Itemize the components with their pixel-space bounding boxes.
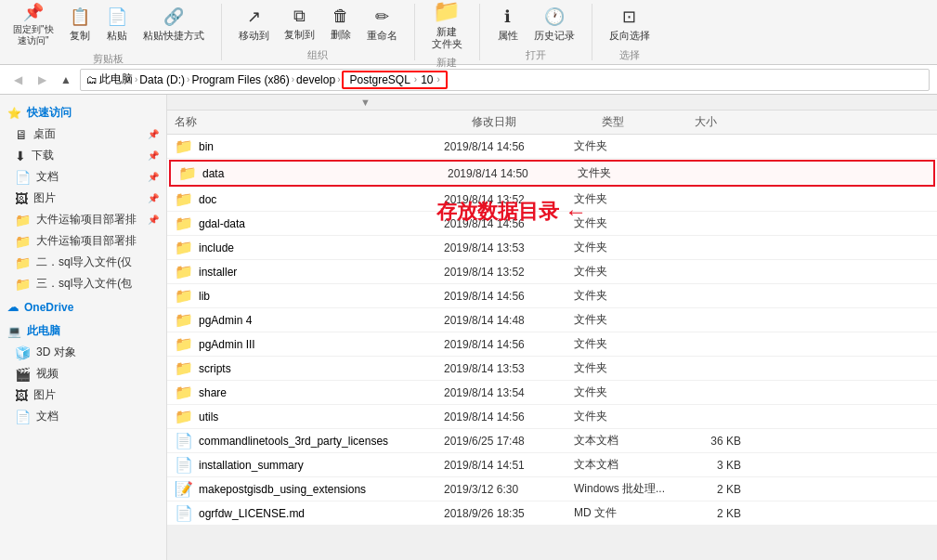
properties-button[interactable]: ℹ 属性 xyxy=(491,3,525,46)
file-type-cmd: 文本文档 xyxy=(574,433,667,449)
sidebar-item-sql1[interactable]: 📁 二．sql导入文件(仅 xyxy=(0,252,166,273)
new-folder-icon: 📁 xyxy=(433,0,461,24)
file-list-header: 名称 修改日期 类型 大小 xyxy=(167,111,937,135)
breadcrumb-data-d[interactable]: Data (D:) xyxy=(139,73,185,86)
table-row[interactable]: 📁 share 2019/8/14 13:54 文件夹 xyxy=(167,381,937,405)
sidebar-item-sql2[interactable]: 📁 三．sql导入文件(包 xyxy=(0,273,166,294)
sidebar-thispc-header[interactable]: 💻 此电脑 xyxy=(0,320,166,342)
table-row[interactable]: 📁 pgAdmin III 2019/8/14 14:56 文件夹 xyxy=(167,332,937,357)
toolbar: 📌 固定到"快速访问" 📋 复制 📄 粘贴 🔗 粘贴快捷方式 剪贴板 xyxy=(0,0,937,65)
documents2-label: 文档 xyxy=(36,409,59,424)
copy-to-button[interactable]: ⧉ 复制到 xyxy=(279,3,320,46)
clipboard-group-label: 剪贴板 xyxy=(93,52,124,66)
sidebar-quickaccess-header[interactable]: ⭐ 快速访问 xyxy=(0,102,166,124)
table-row[interactable]: 📁 doc 2019/8/14 13:52 文件夹 xyxy=(167,188,937,212)
table-row[interactable]: 📁 utils 2019/8/14 14:56 文件夹 xyxy=(167,405,937,429)
rename-label: 重命名 xyxy=(367,29,397,43)
file-name-lib: 📁 lib xyxy=(175,287,444,305)
up-button[interactable]: ▲ xyxy=(56,70,76,90)
file-name-make: 📝 makepostgisdb_using_extensions xyxy=(175,480,444,498)
breadcrumb-postgresql[interactable]: PostgreSQL xyxy=(349,73,410,86)
delete-button[interactable]: 🗑 删除 xyxy=(324,3,358,46)
file-size-make: 2 KB xyxy=(667,483,741,496)
invert-selection-button[interactable]: ⊡ 反向选择 xyxy=(604,3,656,46)
file-size-ogr: 2 KB xyxy=(667,507,741,520)
file-date-utils: 2019/8/14 14:56 xyxy=(444,410,574,423)
downloads-label: 下载 xyxy=(32,148,54,163)
file-name-pgadmin3: 📁 pgAdmin III xyxy=(175,335,444,353)
pin-indicator2: 📌 xyxy=(148,150,159,161)
table-row[interactable]: 📁 gdal-data 2019/8/14 14:56 文件夹 xyxy=(167,212,937,236)
select-buttons: ⊡ 反向选择 xyxy=(604,3,656,46)
sidebar-item-project1[interactable]: 📁 大件运输项目部署排 📌 xyxy=(0,209,166,230)
pictures-icon: 🖼 xyxy=(15,191,28,206)
toolbar-group-organize: ↗ 移动到 ⧉ 复制到 🗑 删除 ✏ 重命名 组织 xyxy=(233,4,415,60)
file-type-ogr: MD 文件 xyxy=(574,505,667,521)
table-row[interactable]: 📁 data 2019/8/14 14:50 文件夹 xyxy=(171,162,933,185)
col-header-name[interactable]: 名称 xyxy=(175,114,472,130)
file-date-lib: 2019/8/14 14:56 xyxy=(444,290,574,303)
paste-button[interactable]: 📄 粘贴 xyxy=(100,3,134,46)
sidebar-item-video[interactable]: 🎬 视频 xyxy=(0,363,166,384)
table-row[interactable]: 📁 pgAdmin 4 2019/8/14 14:48 文件夹 xyxy=(167,308,937,332)
move-to-button[interactable]: ↗ 移动到 xyxy=(233,3,275,46)
breadcrumb-pc[interactable]: 此电脑 xyxy=(99,72,133,87)
new-folder-button[interactable]: 📁 新建文件夹 xyxy=(426,0,468,54)
col-header-size[interactable]: 大小 xyxy=(695,114,769,130)
copy-button[interactable]: 📋 复制 xyxy=(63,3,97,46)
sidebar-item-downloads[interactable]: ⬇ 下载 📌 xyxy=(0,145,166,166)
sidebar-item-project2[interactable]: 📁 大件运输项目部署排 xyxy=(0,230,166,252)
file-type-install: 文本文档 xyxy=(574,457,667,473)
table-row[interactable]: 📁 installer 2019/8/14 13:52 文件夹 xyxy=(167,260,937,284)
sidebar-item-pictures[interactable]: 🖼 图片 📌 xyxy=(0,188,166,209)
paste-icon: 📄 xyxy=(107,7,127,27)
back-button[interactable]: ◀ xyxy=(7,70,28,90)
file-name-install: 📄 installation_summary xyxy=(175,456,444,474)
table-row[interactable]: 📄 ogrfdw_LICENSE.md 2018/9/26 18:35 MD 文… xyxy=(167,501,937,526)
file-list: 📁 bin 2019/8/14 14:56 文件夹 📁 data 2019/8 xyxy=(167,135,937,526)
file-name-ogr: 📄 ogrfdw_LICENSE.md xyxy=(175,504,444,522)
sidebar-item-documents2[interactable]: 📄 文档 xyxy=(0,406,166,427)
file-name-scripts: 📁 scripts xyxy=(175,359,444,377)
file-date-install: 2019/8/14 14:51 xyxy=(444,459,574,472)
sidebar-item-3dobjects[interactable]: 🧊 3D 对象 xyxy=(0,342,166,363)
copy-icon: 📋 xyxy=(70,7,90,27)
sidebar-section-thispc: 💻 此电脑 🧊 3D 对象 🎬 视频 🖼 图片 📄 文档 xyxy=(0,320,166,427)
toolbar-buttons: 📌 固定到"快速访问" 📋 复制 📄 粘贴 🔗 粘贴快捷方式 xyxy=(7,0,210,50)
folder-icon-data: 📁 xyxy=(178,164,197,182)
project1-icon: 📁 xyxy=(15,213,31,228)
col-header-type[interactable]: 类型 xyxy=(602,114,695,130)
rename-button[interactable]: ✏ 重命名 xyxy=(361,3,403,46)
sidebar-item-pictures2[interactable]: 🖼 图片 xyxy=(0,384,166,406)
file-type-gdal: 文件夹 xyxy=(574,215,667,231)
col-header-date[interactable]: 修改日期 xyxy=(472,114,602,130)
sidebar-onedrive-header[interactable]: ☁ OneDrive xyxy=(0,298,166,317)
pin-quickaccess-button[interactable]: 📌 固定到"快速访问" xyxy=(7,0,59,50)
table-row[interactable]: 📁 bin 2019/8/14 14:56 文件夹 xyxy=(167,135,937,159)
file-type-include: 文件夹 xyxy=(574,240,667,255)
rename-icon: ✏ xyxy=(375,7,389,27)
quickaccess-label: 快速访问 xyxy=(27,105,72,121)
select-group-label: 选择 xyxy=(619,48,640,62)
file-type-utils: 文件夹 xyxy=(574,409,667,424)
table-row[interactable]: 📄 commandlinetools_3rd_party_licenses 20… xyxy=(167,429,937,453)
breadcrumb-10[interactable]: 10 xyxy=(421,73,433,86)
file-name-cmd: 📄 commandlinetools_3rd_party_licenses xyxy=(175,432,444,449)
file-date-doc: 2019/8/14 13:52 xyxy=(444,193,574,206)
table-row[interactable]: 📁 scripts 2019/8/14 13:53 文件夹 xyxy=(167,357,937,381)
onedrive-label: OneDrive xyxy=(24,301,73,314)
file-type-data: 文件夹 xyxy=(578,165,670,181)
quickaccess-icon: ⭐ xyxy=(7,107,21,120)
sidebar-item-desktop[interactable]: 🖥 桌面 📌 xyxy=(0,124,166,145)
sidebar-item-documents[interactable]: 📄 文档 📌 xyxy=(0,166,166,188)
desktop-label: 桌面 xyxy=(33,126,56,142)
forward-button[interactable]: ▶ xyxy=(32,70,52,90)
breadcrumb-develop[interactable]: develop xyxy=(296,73,335,86)
paste-shortcut-button[interactable]: 🔗 粘贴快捷方式 xyxy=(137,3,210,46)
table-row[interactable]: 📝 makepostgisdb_using_extensions 2019/3/… xyxy=(167,477,937,501)
table-row[interactable]: 📄 installation_summary 2019/8/14 14:51 文… xyxy=(167,453,937,477)
history-button[interactable]: 🕐 历史记录 xyxy=(528,3,580,46)
table-row[interactable]: 📁 lib 2019/8/14 14:56 文件夹 xyxy=(167,284,937,308)
table-row[interactable]: 📁 include 2019/8/14 13:53 文件夹 xyxy=(167,236,937,260)
breadcrumb-program-files[interactable]: Program Files (x86) xyxy=(191,73,289,86)
